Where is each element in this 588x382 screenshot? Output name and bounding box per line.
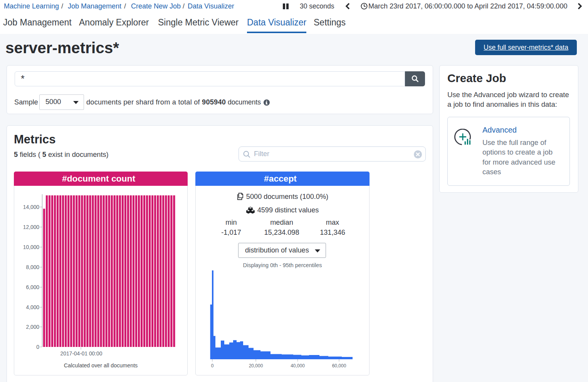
svg-text:0: 0: [36, 344, 39, 350]
svg-text:2,000: 2,000: [26, 324, 39, 330]
svg-text:60,000: 60,000: [332, 363, 346, 369]
svg-text:2017-04-01 00:00: 2017-04-01 00:00: [60, 351, 102, 357]
svg-text:4,000: 4,000: [26, 305, 39, 310]
svg-text:20,000: 20,000: [249, 363, 263, 369]
svg-text:6,000: 6,000: [26, 284, 39, 290]
svg-text:14,000: 14,000: [23, 204, 40, 210]
svg-text:8,000: 8,000: [26, 264, 39, 270]
svg-text:0: 0: [211, 363, 214, 369]
svg-text:12,000: 12,000: [23, 224, 40, 230]
svg-text:40,000: 40,000: [291, 363, 305, 369]
svg-text:10,000: 10,000: [23, 244, 40, 250]
